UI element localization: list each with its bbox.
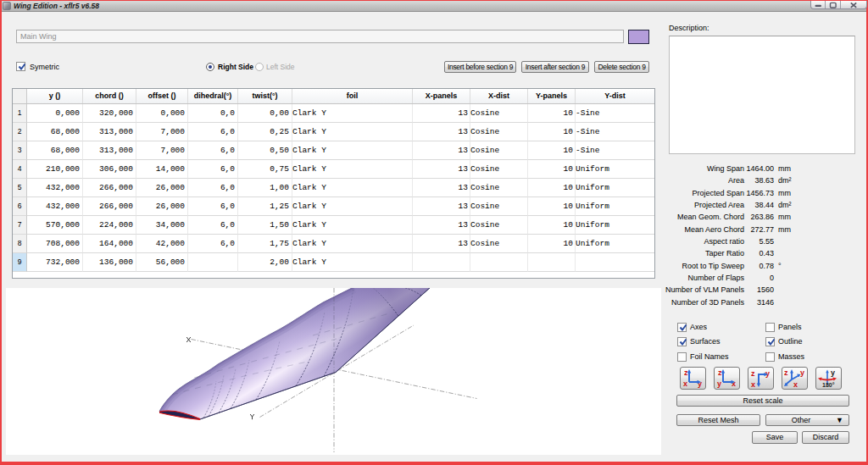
svg-text:180°: 180° — [822, 382, 835, 388]
svg-text:x: x — [683, 379, 687, 388]
svg-text:x: x — [793, 380, 798, 389]
svg-text:z: z — [784, 368, 788, 377]
svg-text:y: y — [717, 379, 721, 388]
svg-text:z: z — [751, 369, 755, 378]
svg-text:y: y — [800, 368, 804, 377]
svg-text:x: x — [751, 380, 755, 389]
svg-text:y: y — [831, 368, 835, 377]
